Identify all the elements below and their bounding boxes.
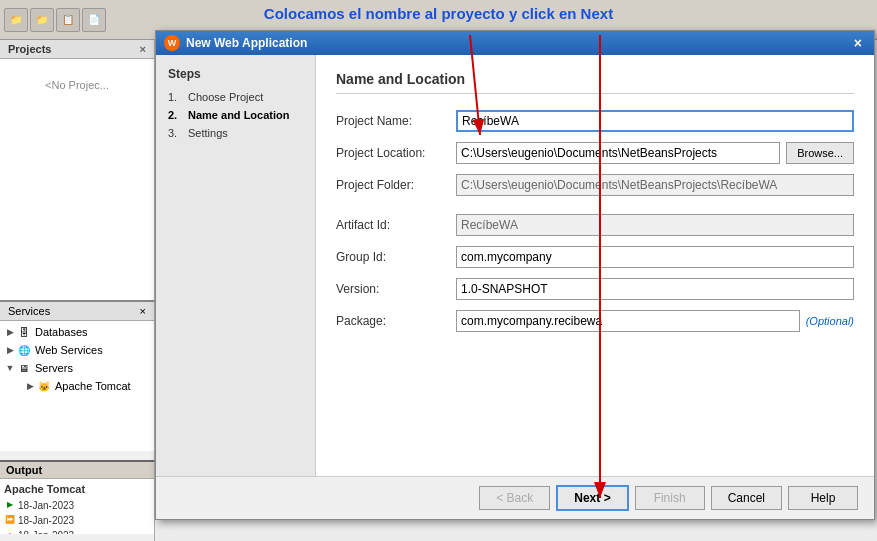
package-row: Package: (Optional) — [336, 310, 854, 332]
next-button[interactable]: Next > — [556, 485, 628, 511]
group-id-input[interactable] — [456, 246, 854, 268]
dialog-body: Steps 1. Choose Project 2. Name and Loca… — [156, 55, 874, 476]
group-id-label: Group Id: — [336, 250, 456, 264]
project-folder-label: Project Folder: — [336, 178, 456, 192]
browse-button[interactable]: Browse... — [786, 142, 854, 164]
back-button[interactable]: < Back — [479, 486, 550, 510]
project-name-label: Project Name: — [336, 114, 456, 128]
project-location-label: Project Location: — [336, 146, 456, 160]
dialog-titlebar: W New Web Application × — [156, 31, 874, 55]
help-button[interactable]: Help — [788, 486, 858, 510]
version-row: Version: — [336, 278, 854, 300]
project-location-input[interactable] — [456, 142, 780, 164]
next-label: Next > — [574, 491, 610, 505]
cancel-label: Cancel — [728, 491, 765, 505]
dialog-app-icon: W — [164, 35, 180, 51]
project-folder-input — [456, 174, 854, 196]
steps-title: Steps — [168, 67, 303, 81]
modal-overlay: W New Web Application × Steps 1. Choose … — [0, 0, 877, 541]
artifact-id-row: Artifact Id: — [336, 214, 854, 236]
new-web-app-dialog: W New Web Application × Steps 1. Choose … — [155, 30, 875, 520]
step-1-number: 1. — [168, 91, 182, 103]
help-label: Help — [811, 491, 836, 505]
dialog-close-button[interactable]: × — [850, 35, 866, 51]
back-label: < Back — [496, 491, 533, 505]
version-label: Version: — [336, 282, 456, 296]
steps-panel: Steps 1. Choose Project 2. Name and Loca… — [156, 55, 316, 476]
optional-label: (Optional) — [806, 315, 854, 327]
project-name-row: Project Name: — [336, 110, 854, 132]
finish-label: Finish — [654, 491, 686, 505]
package-label: Package: — [336, 314, 456, 328]
project-location-row: Project Location: Browse... — [336, 142, 854, 164]
project-name-input[interactable] — [456, 110, 854, 132]
step-2: 2. Name and Location — [168, 109, 303, 121]
artifact-id-label: Artifact Id: — [336, 218, 456, 232]
step-1-label: Choose Project — [188, 91, 263, 103]
group-id-row: Group Id: — [336, 246, 854, 268]
step-3-number: 3. — [168, 127, 182, 139]
artifact-id-input — [456, 214, 854, 236]
step-2-label: Name and Location — [188, 109, 289, 121]
section-title: Name and Location — [336, 71, 854, 94]
content-panel: Name and Location Project Name: Project … — [316, 55, 874, 476]
dialog-footer: < Back Next > Finish Cancel Help — [156, 476, 874, 519]
cancel-button[interactable]: Cancel — [711, 486, 782, 510]
finish-button[interactable]: Finish — [635, 486, 705, 510]
version-input[interactable] — [456, 278, 854, 300]
step-3: 3. Settings — [168, 127, 303, 139]
step-2-number: 2. — [168, 109, 182, 121]
step-3-label: Settings — [188, 127, 228, 139]
project-folder-row: Project Folder: — [336, 174, 854, 196]
package-input[interactable] — [456, 310, 800, 332]
step-1: 1. Choose Project — [168, 91, 303, 103]
dialog-title-left: W New Web Application — [164, 35, 307, 51]
dialog-title: New Web Application — [186, 36, 307, 50]
